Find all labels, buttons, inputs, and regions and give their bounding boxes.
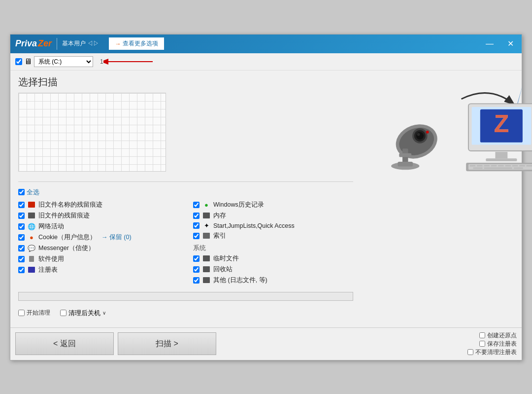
content-area: 选择扫描 全选 旧文件 [10,71,522,327]
label-other-logs: 其他 (日志文件, 等) [213,276,267,285]
option-old-filenames: 旧文件名称的残留痕迹 [18,201,178,209]
icon-registry [27,266,36,273]
options-left: 旧文件名称的残留痕迹 旧文件的残留痕迹 🌐 [18,201,178,287]
svg-rect-24 [514,167,523,169]
footer-options: 创建还原点 保存注册表 不要清理注册表 [467,332,517,356]
select-all-link[interactable]: 全选 [27,188,39,197]
checkbox-memory[interactable] [193,213,200,219]
svg-rect-10 [486,158,517,161]
mode-label: 基本用户 ◁▷ [62,39,99,48]
icon-old-files [27,212,36,219]
label-start-jump: Start,JumpLists,Quick Access [213,222,295,229]
drive-checkbox[interactable] [15,58,22,65]
svg-rect-23 [484,167,512,169]
checkbox-windows-history[interactable] [193,202,200,208]
action-bar: < 返回 扫描 > 创建还原点 保存注册表 不要清理注册表 [10,327,522,360]
option-index: 索引 [193,232,353,240]
label-temp-files: 临时文件 [213,254,239,263]
label-software: 软件使用 [38,255,64,263]
svg-rect-15 [484,165,489,166]
checkbox-temp-files[interactable] [193,255,200,262]
svg-rect-22 [473,167,482,169]
checkbox-save-registry[interactable] [479,341,485,347]
icon-temp-files [202,255,211,262]
checkbox-create-restore[interactable] [479,332,485,338]
option-software: 软件使用 [18,255,178,263]
label-old-filenames: 旧文件名称的残留痕迹 [38,201,102,209]
svg-point-29 [416,132,424,139]
icon-other-logs [202,277,211,284]
checkbox-shutdown[interactable] [60,310,66,316]
checkbox-recycle-bin[interactable] [193,266,200,273]
footer-option-save-registry: 保存注册表 [479,340,517,348]
checkbox-cookie[interactable] [18,234,25,241]
hero-image: Z Z [363,75,532,184]
svg-rect-16 [491,165,497,166]
checkbox-other-logs[interactable] [193,277,200,284]
checkbox-old-files[interactable] [18,213,25,219]
label-old-files: 旧文件的残留痕迹 [38,212,90,220]
scan-button[interactable]: 扫描 > [118,332,216,355]
label-recycle-bin: 回收站 [213,265,233,274]
left-panel: 选择扫描 全选 旧文件 [18,75,353,322]
back-button[interactable]: < 返回 [15,332,114,355]
more-options-button[interactable]: → 查看更多选项 [109,37,164,50]
label-start-clean: 开始清理 [27,309,50,317]
hero-svg: Z Z [363,75,532,184]
svg-rect-9 [495,151,507,158]
brand-zer: Zer [38,38,52,49]
label-shutdown: 清理后关机 [68,309,100,318]
scan-title: 选择扫描 [18,75,353,89]
checkbox-index[interactable] [193,233,200,239]
svg-text:Z: Z [494,109,509,137]
title-divider [57,38,57,50]
checkbox-messenger[interactable] [18,245,25,251]
more-options-text: 查看更多选项 [123,39,158,48]
svg-rect-35 [398,162,413,167]
checkbox-start-jump[interactable] [193,222,200,229]
drive-select-container: 🖥 系统 (C:) [15,56,93,67]
checkbox-software[interactable] [18,256,25,262]
right-panel: Z Z [363,75,532,322]
more-options-arrow: → [115,40,121,47]
label-index: 索引 [213,232,226,240]
drive-select[interactable]: 系统 (C:) [34,56,93,67]
footer-option-no-clean-registry: 不要清理注册表 [467,349,517,356]
label-memory: 内存 [213,212,226,220]
checkbox-old-filenames[interactable] [18,202,25,208]
svg-rect-33 [399,153,411,157]
shutdown-chevron: ∨ [102,310,106,316]
option-shutdown: 清理后关机 ∨ [60,309,106,318]
step-number: 1 [100,58,103,65]
svg-rect-13 [470,165,475,166]
label-windows-history: Windows历史记录 [213,201,264,209]
minimize-button[interactable]: — [483,39,497,49]
option-start-clean: 开始清理 [18,309,50,318]
brand-priva: Priva [15,38,37,49]
progress-bar-area [18,292,353,301]
checkbox-network[interactable] [18,223,25,230]
label-create-restore: 创建还原点 [487,332,517,339]
checkbox-start-clean[interactable] [18,310,25,316]
label-save-registry: 保存注册表 [487,340,517,348]
checkbox-registry[interactable] [18,267,25,273]
option-recycle-bin: 回收站 [193,265,353,274]
progress-bar [18,292,353,301]
label-messenger: Messenger（信使） [38,244,95,252]
option-cookie: ● Cookie（用户信息） → 保留 (0) [18,233,178,242]
options-right: ● Windows历史记录 内存 [193,201,353,287]
icon-software [27,255,36,262]
svg-rect-18 [505,165,511,166]
option-windows-history: ● Windows历史记录 [193,201,353,209]
main-window: PrivaZer 基本用户 ◁▷ → 查看更多选项 — ✕ 🖥 系统 (C:) … [10,34,522,360]
select-all-checkbox[interactable] [18,189,25,195]
svg-rect-17 [498,165,503,166]
label-no-clean-registry: 不要清理注册表 [475,349,517,356]
svg-point-30 [417,133,420,136]
drive-icon: 🖥 [24,57,32,66]
option-start-jump: ✦ Start,JumpLists,Quick Access [193,222,353,229]
checkbox-no-clean-registry[interactable] [467,349,473,355]
close-button[interactable]: ✕ [504,39,517,49]
option-temp-files: 临时文件 [193,254,353,263]
cookie-keep-link[interactable]: → 保留 (0) [101,233,132,242]
